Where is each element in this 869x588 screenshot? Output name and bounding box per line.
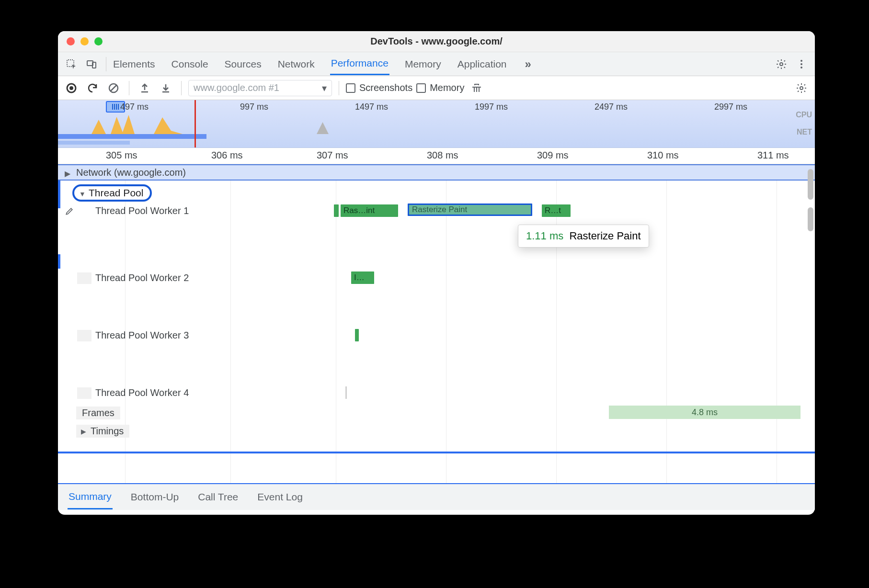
ruler-tick: 308 ms (427, 150, 458, 161)
overview-tick: 997 ms (240, 102, 268, 112)
task-worker2[interactable]: I… (351, 271, 374, 284)
scrollbar-thumb[interactable] (808, 169, 813, 200)
screenshots-checkbox[interactable]: Screenshots (346, 82, 412, 93)
inspect-icon[interactable] (63, 56, 80, 73)
traffic-lights (58, 37, 103, 45)
scrollbar-thumb[interactable] (808, 207, 813, 231)
memory-label: Memory (430, 82, 464, 93)
cpu-label: CPU (796, 111, 812, 119)
minimize-icon[interactable] (80, 37, 89, 45)
svg-point-4 (800, 60, 802, 62)
worker-1-label: Thread Pool Worker 1 (95, 205, 189, 216)
worker-4-label: Thread Pool Worker 4 (95, 387, 189, 398)
ruler-tick: 307 ms (317, 150, 348, 161)
tab-network[interactable]: Network (277, 54, 316, 75)
track-network[interactable]: ▶ Network (ww.google.com) (58, 164, 815, 181)
screenshots-label: Screenshots (359, 82, 412, 93)
tab-elements[interactable]: Elements (112, 54, 156, 75)
separator (106, 57, 106, 71)
timeline-ruler[interactable]: 305 ms 306 ms 307 ms 308 ms 309 ms 310 m… (58, 148, 815, 164)
selection-edge-bottom (58, 452, 815, 453)
task-tooltip: 1.11 ms Rasterize Paint (518, 225, 649, 248)
tab-application[interactable]: Application (457, 54, 508, 75)
expand-arrow-icon: ▶ (65, 169, 70, 178)
more-tabs-icon[interactable]: » (522, 57, 534, 71)
garbage-collect-icon[interactable] (468, 79, 485, 97)
flame-chart[interactable]: ▶ Network (ww.google.com) ▼ Thread Pool … (58, 164, 815, 483)
tab-console[interactable]: Console (171, 54, 209, 75)
download-icon[interactable] (157, 79, 174, 97)
task-tiny[interactable] (345, 386, 347, 399)
capture-settings-gear-icon[interactable] (793, 79, 810, 97)
details-tabs: Summary Bottom-Up Call Tree Event Log (58, 483, 815, 510)
edit-icon[interactable] (65, 206, 74, 218)
overview-tick: 1997 ms (475, 102, 508, 112)
overview-tick: 497 ms (120, 102, 149, 112)
svg-point-8 (69, 86, 73, 90)
window-title: DevTools - www.google.com/ (58, 36, 815, 47)
panel-tabs-row: Elements Console Sources Network Perform… (58, 52, 815, 76)
tooltip-name: Rasterize Paint (569, 230, 640, 242)
performance-toolbar: www.google.com #1 ▾ Screenshots Memory (58, 76, 815, 100)
track-frames-label[interactable]: Frames (76, 407, 120, 419)
kebab-menu-icon[interactable] (793, 56, 810, 73)
ruler-tick: 309 ms (537, 150, 569, 161)
separator (181, 81, 182, 95)
ruler-tick: 306 ms (211, 150, 243, 161)
track-threadpool-label: Thread Pool (89, 187, 143, 198)
clear-button[interactable] (105, 79, 122, 97)
svg-point-5 (800, 63, 802, 65)
ruler-tick: 305 ms (106, 150, 137, 161)
svg-point-6 (800, 67, 802, 68)
track-network-label: Network (ww.google.com) (76, 167, 186, 178)
profile-selector-label: www.google.com #1 (194, 82, 279, 93)
task-rasterize-c[interactable]: R…t (542, 204, 571, 217)
task-worker3[interactable] (355, 329, 359, 341)
chevron-down-icon: ▾ (322, 82, 327, 94)
close-icon[interactable] (67, 37, 75, 45)
track-threadpool-header[interactable]: ▼ Thread Pool (72, 184, 152, 202)
btab-bottomup[interactable]: Bottom-Up (130, 486, 180, 509)
ruler-tick: 311 ms (757, 150, 789, 161)
memory-checkbox[interactable]: Memory (416, 82, 464, 93)
frame-bar[interactable]: 4.8 ms (609, 406, 800, 419)
tab-performance[interactable]: Performance (330, 53, 389, 75)
record-button[interactable] (63, 79, 80, 97)
reload-record-button[interactable] (84, 79, 101, 97)
task-rasterize-selected[interactable]: Rasterize Paint (408, 204, 532, 216)
device-toggle-icon[interactable] (83, 56, 100, 73)
task-sliver[interactable] (334, 204, 339, 217)
zoom-icon[interactable] (94, 37, 103, 45)
separator (129, 81, 129, 95)
collapse-arrow-icon: ▼ (79, 190, 86, 198)
track-timings[interactable]: ▶ Timings (76, 425, 129, 438)
ruler-tick: 310 ms (647, 150, 679, 161)
settings-gear-icon[interactable] (773, 56, 790, 73)
worker-3-label: Thread Pool Worker 3 (95, 330, 189, 341)
tab-sources[interactable]: Sources (224, 54, 263, 75)
devtools-window: DevTools - www.google.com/ Elements Cons… (58, 31, 815, 515)
track-timings-label: Timings (91, 426, 124, 436)
profile-selector[interactable]: www.google.com #1 ▾ (188, 80, 332, 96)
worker-2-label: Thread Pool Worker 2 (95, 272, 189, 283)
row-handle (77, 272, 91, 284)
panel-tabs: Elements Console Sources Network Perform… (112, 53, 534, 75)
tab-memory[interactable]: Memory (404, 54, 442, 75)
timeline-overview[interactable]: 497 ms 997 ms 1497 ms 1997 ms 2497 ms 29… (58, 100, 815, 148)
upload-icon[interactable] (136, 79, 153, 97)
row-handle (77, 330, 91, 341)
selection-edge (58, 254, 60, 269)
tooltip-duration: 1.11 ms (526, 230, 566, 242)
btab-summary[interactable]: Summary (68, 485, 113, 509)
overview-tick: 2497 ms (595, 102, 628, 112)
task-rasterize-a[interactable]: Ras…int (341, 204, 398, 217)
row-handle (77, 387, 91, 399)
svg-point-3 (780, 63, 783, 66)
separator (339, 81, 339, 95)
expand-arrow-icon: ▶ (81, 428, 86, 435)
btab-calltree[interactable]: Call Tree (197, 486, 239, 509)
checkbox-icon (346, 83, 355, 93)
btab-eventlog[interactable]: Event Log (256, 486, 304, 509)
overview-tick: 1497 ms (355, 102, 388, 112)
svg-point-10 (800, 87, 803, 90)
